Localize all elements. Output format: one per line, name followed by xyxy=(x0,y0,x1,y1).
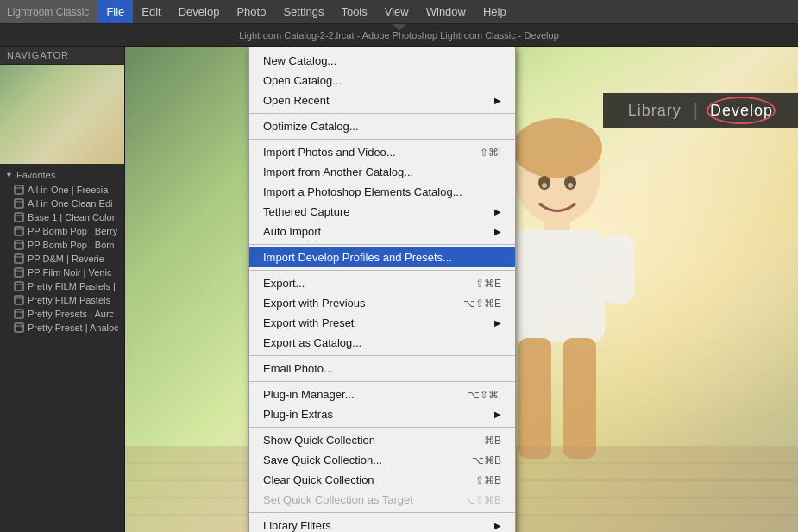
import-photos-label: Import Photos and Video... xyxy=(263,146,462,159)
preset-icon-5 xyxy=(14,253,24,264)
preset-icon-1 xyxy=(14,198,24,209)
import-photos-item[interactable]: Import Photos and Video... ⇧⌘I xyxy=(249,142,515,162)
preset-item-4[interactable]: PP Bomb Pop | Bom xyxy=(0,238,124,252)
import-photos-shortcut: ⇧⌘I xyxy=(480,147,501,159)
preset-item-7[interactable]: Pretty FILM Pastels | xyxy=(0,279,124,293)
preset-item-10[interactable]: Pretty Preset | Analoc xyxy=(0,321,124,335)
svg-rect-14 xyxy=(15,282,23,291)
view-menu[interactable]: View xyxy=(376,0,418,23)
preset-item-8[interactable]: Pretty FILM Pastels xyxy=(0,293,124,307)
import-develop-item[interactable]: Import Develop Profiles and Presets... xyxy=(249,247,515,267)
dropdown-overlay: New Catalog... Open Catalog... Open Rece… xyxy=(125,47,798,532)
import-ps-elements-item[interactable]: Import a Photoshop Elements Catalog... xyxy=(249,182,515,202)
preset-icon-0 xyxy=(14,185,24,195)
svg-rect-18 xyxy=(15,310,23,318)
svg-rect-16 xyxy=(15,296,23,304)
tools-menu[interactable]: Tools xyxy=(332,0,375,23)
export-preset-label: Export with Preset xyxy=(263,316,486,329)
clear-quick-collection-item[interactable]: Clear Quick Collection ⇧⌘B xyxy=(249,470,515,490)
preset-item-0[interactable]: All in One | Freesia xyxy=(0,183,124,197)
save-quick-collection-item[interactable]: Save Quick Collection... ⌥⌘B xyxy=(249,450,515,470)
svg-rect-12 xyxy=(15,268,23,277)
photo-area: Library | Develop New Catalog... Open Ca… xyxy=(125,47,798,532)
app-name-menu[interactable]: Lightroom Classic xyxy=(0,0,97,23)
develop-menu[interactable]: Develop xyxy=(170,0,229,23)
preset-item-5[interactable]: PP D&M | Reverie xyxy=(0,252,124,266)
open-recent-label: Open Recent xyxy=(263,94,486,107)
show-quick-collection-item[interactable]: Show Quick Collection ⌘B xyxy=(249,430,515,450)
main-layout: Navigator ▼ Favorites All in One | Frees… xyxy=(0,47,798,532)
save-quick-collection-label: Save Quick Collection... xyxy=(263,454,455,466)
preset-item-9[interactable]: Pretty Presets | Aurc xyxy=(0,307,124,321)
preset-label-0: All in One | Freesia xyxy=(28,185,108,195)
navigator-thumbnail xyxy=(0,65,124,164)
export-item[interactable]: Export... ⇧⌘E xyxy=(249,273,515,293)
export-previous-shortcut: ⌥⇧⌘E xyxy=(463,297,501,310)
export-catalog-label: Export as Catalog... xyxy=(263,336,501,349)
separator-1 xyxy=(249,113,515,114)
export-previous-label: Export with Previous xyxy=(263,297,446,310)
separator-3 xyxy=(249,244,515,245)
optimize-catalog-label: Optimize Catalog... xyxy=(263,120,501,133)
open-catalog-item[interactable]: Open Catalog... xyxy=(249,71,515,91)
favorites-header[interactable]: ▼ Favorites xyxy=(0,167,124,183)
plugin-manager-label: Plug-in Manager... xyxy=(263,388,450,401)
import-ps-elements-label: Import a Photoshop Elements Catalog... xyxy=(263,185,501,198)
thumb-overlay xyxy=(0,65,124,164)
settings-menu[interactable]: Settings xyxy=(274,0,332,23)
preset-item-2[interactable]: Base 1 | Clean Color xyxy=(0,210,124,224)
optimize-catalog-item[interactable]: Optimize Catalog... xyxy=(249,116,515,136)
photo-menu[interactable]: Photo xyxy=(228,0,274,23)
svg-rect-10 xyxy=(15,254,23,263)
favorites-label: Favorites xyxy=(16,170,55,180)
navigator-label: Navigator xyxy=(0,47,124,65)
preset-icon-3 xyxy=(14,226,24,236)
preset-label-3: PP Bomb Pop | Berry xyxy=(28,226,117,236)
window-menu[interactable]: Window xyxy=(418,0,474,23)
open-recent-item[interactable]: Open Recent ▶ xyxy=(249,91,515,110)
show-quick-collection-shortcut: ⌘B xyxy=(484,435,501,447)
email-photo-item[interactable]: Email Photo... xyxy=(249,359,515,379)
left-panel: Navigator ▼ Favorites All in One | Frees… xyxy=(0,47,125,532)
separator-4 xyxy=(249,270,515,271)
import-develop-label: Import Develop Profiles and Presets... xyxy=(263,251,501,264)
plugin-extras-label: Plug-in Extras xyxy=(263,408,486,421)
import-catalog-item[interactable]: Import from Another Catalog... xyxy=(249,162,515,182)
export-label: Export... xyxy=(263,277,458,290)
new-catalog-label: New Catalog... xyxy=(263,54,501,67)
svg-rect-8 xyxy=(15,241,23,249)
edit-menu[interactable]: Edit xyxy=(133,0,169,23)
preset-label-1: All in One Clean Edi xyxy=(28,198,112,209)
preset-label-4: PP Bomb Pop | Bom xyxy=(28,240,114,250)
auto-import-arrow: ▶ xyxy=(494,227,501,236)
preset-item-3[interactable]: PP Bomb Pop | Berry xyxy=(0,224,124,238)
new-catalog-item[interactable]: New Catalog... xyxy=(249,51,515,71)
export-previous-item[interactable]: Export with Previous ⌥⇧⌘E xyxy=(249,293,515,313)
plugin-extras-item[interactable]: Plug-in Extras ▶ xyxy=(249,404,515,424)
tethered-capture-label: Tethered Capture xyxy=(263,205,486,218)
export-catalog-item[interactable]: Export as Catalog... xyxy=(249,333,515,353)
tethered-capture-item[interactable]: Tethered Capture ▶ xyxy=(249,202,515,222)
preset-icon-10 xyxy=(14,322,24,333)
favorites-arrow: ▼ xyxy=(5,171,13,179)
library-filters-item[interactable]: Library Filters ▶ xyxy=(249,516,515,532)
help-menu[interactable]: Help xyxy=(474,0,515,23)
preset-label-2: Base 1 | Clean Color xyxy=(28,212,115,222)
preset-item-6[interactable]: PP Film Noir | Venic xyxy=(0,266,124,279)
preset-icon-9 xyxy=(14,309,24,319)
preset-label-6: PP Film Noir | Venic xyxy=(28,267,111,278)
preset-icon-4 xyxy=(14,240,24,250)
preset-icon-2 xyxy=(14,212,24,222)
set-quick-collection-label: Set Quick Collection as Target xyxy=(263,493,446,506)
export-preset-arrow: ▶ xyxy=(494,318,501,328)
plugin-manager-item[interactable]: Plug-in Manager... ⌥⇧⌘, xyxy=(249,385,515,404)
menu-bar: Lightroom Classic File Edit Develop Phot… xyxy=(0,0,798,24)
title-bar-triangle xyxy=(393,24,406,31)
preset-icon-8 xyxy=(14,295,24,305)
file-menu[interactable]: File xyxy=(97,0,133,23)
preset-item-1[interactable]: All in One Clean Edi xyxy=(0,197,124,210)
svg-rect-4 xyxy=(15,213,23,222)
auto-import-item[interactable]: Auto Import ▶ xyxy=(249,222,515,241)
preset-label-9: Pretty Presets | Aurc xyxy=(28,309,114,319)
export-preset-item[interactable]: Export with Preset ▶ xyxy=(249,313,515,333)
